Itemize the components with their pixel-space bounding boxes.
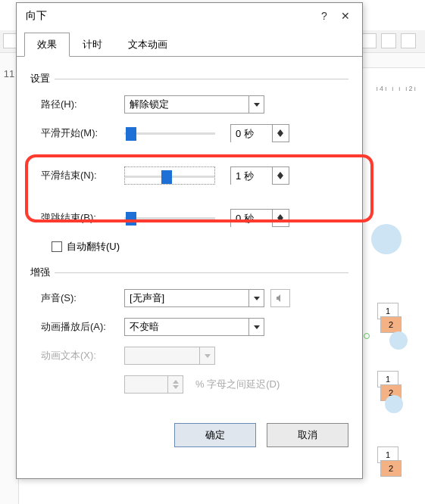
after-anim-combo[interactable]: 不变暗 — [124, 318, 264, 336]
anim-text-label: 动画文本(X): — [41, 349, 124, 362]
bounce-end-value[interactable] — [231, 210, 272, 228]
chevron-down-icon — [248, 290, 264, 306]
sound-label: 声音(S): — [41, 291, 124, 305]
checkbox-box-icon — [52, 241, 62, 252]
help-button[interactable]: ? — [314, 10, 335, 22]
spinner-down-icon[interactable] — [277, 176, 283, 183]
after-anim-label: 动画播放后(A): — [41, 320, 124, 334]
bg-shape — [389, 331, 408, 350]
smooth-end-label: 平滑结束(N): — [41, 169, 124, 182]
effect-options-dialog: 向下 ? ✕ 效果 计时 文本动画 设置 路径(H): 解除锁定 平滑开始(M)… — [16, 2, 363, 479]
auto-reverse-label: 自动翻转(U) — [67, 240, 120, 254]
smooth-start-value[interactable] — [231, 125, 272, 143]
ribbon-icon — [381, 33, 396, 48]
group-settings: 设置 — [30, 72, 348, 86]
smooth-end-value[interactable] — [231, 167, 272, 185]
delay-label: % 字母之间延迟(D) — [195, 378, 280, 391]
chevron-down-icon — [248, 96, 264, 113]
tab-effect[interactable]: 效果 — [24, 33, 70, 57]
group-settings-label: 设置 — [30, 72, 50, 86]
ok-button[interactable]: 确定 — [174, 423, 256, 447]
bg-thumbnails: 1 2 1 2 1 2 — [364, 227, 417, 504]
cancel-button[interactable]: 取消 — [267, 423, 348, 447]
card-label: 2 — [380, 460, 402, 477]
bounce-end-spinner[interactable] — [230, 209, 289, 227]
bg-shape — [371, 224, 402, 254]
bounce-end-label: 弹跳结束(B): — [41, 211, 124, 225]
spinner-down-icon[interactable] — [277, 218, 283, 226]
titlebar: 向下 ? ✕ — [17, 3, 362, 29]
smooth-end-slider[interactable] — [124, 166, 215, 185]
chevron-down-icon — [248, 319, 264, 335]
sound-value: [无声音] — [125, 291, 248, 305]
chevron-down-icon — [199, 347, 214, 364]
spinner-up-icon[interactable] — [277, 126, 283, 133]
tab-strip: 效果 计时 文本动画 — [17, 29, 362, 57]
delay-spinner — [124, 375, 183, 394]
smooth-start-spinner[interactable] — [230, 124, 289, 142]
ribbon-icon — [401, 33, 416, 48]
spinner-up-icon[interactable] — [277, 210, 283, 218]
smooth-end-spinner[interactable] — [230, 166, 289, 185]
auto-reverse-checkbox[interactable]: 自动翻转(U) — [52, 240, 120, 254]
spinner-up-icon[interactable] — [277, 168, 283, 176]
tab-text-animation[interactable]: 文本动画 — [115, 33, 180, 57]
smooth-start-slider[interactable] — [124, 124, 215, 142]
ruler-marks: ı4ı ı ı ı2ı — [376, 85, 417, 92]
group-enhance: 增强 — [30, 266, 348, 279]
card-label: 2 — [380, 316, 402, 333]
bg-shape — [385, 395, 403, 413]
pin-icon — [364, 333, 370, 339]
group-enhance-label: 增强 — [30, 266, 50, 279]
path-value: 解除锁定 — [125, 98, 248, 111]
dialog-footer: 确定 取消 — [17, 414, 362, 456]
spinner-down-icon[interactable] — [277, 133, 283, 141]
tab-timing[interactable]: 计时 — [70, 33, 115, 57]
speaker-icon — [275, 293, 286, 303]
ribbon-icon — [361, 33, 377, 48]
bounce-end-slider[interactable] — [124, 209, 215, 227]
sound-preview-button[interactable] — [270, 289, 290, 307]
anim-text-combo — [124, 347, 215, 365]
path-combo[interactable]: 解除锁定 — [124, 95, 264, 114]
close-button[interactable]: ✕ — [335, 10, 356, 22]
sound-combo[interactable]: [无声音] — [124, 289, 264, 307]
dialog-title: 向下 — [23, 9, 314, 23]
after-anim-value: 不变暗 — [125, 320, 248, 334]
dialog-body: 设置 路径(H): 解除锁定 平滑开始(M): 平滑结束(N): — [17, 57, 362, 414]
smooth-start-label: 平滑开始(M): — [41, 126, 124, 140]
path-label: 路径(H): — [41, 98, 124, 111]
